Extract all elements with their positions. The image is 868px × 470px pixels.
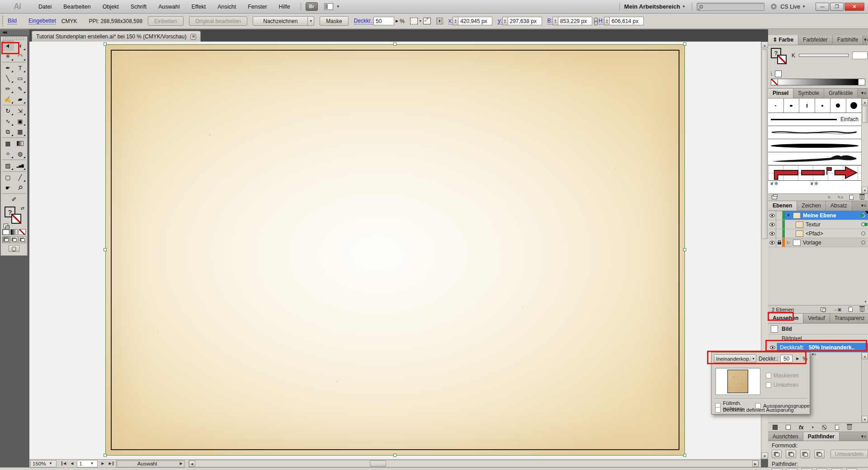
gradient-button[interactable] <box>10 229 18 235</box>
artboard-number-dropdown[interactable]: 1 ▼ <box>77 460 98 467</box>
eingebettet-link[interactable]: Eingebettet <box>28 18 56 24</box>
layer-thumbnail[interactable] <box>793 240 801 246</box>
canvas-area[interactable] <box>29 42 761 459</box>
toolbar-grip[interactable] <box>3 37 25 40</box>
marching-ants-icon[interactable] <box>410 18 418 24</box>
fill-stroke-indicator[interactable]: ? ⇄ <box>4 206 24 228</box>
duplicate-item-icon[interactable] <box>835 425 839 430</box>
make-clipping-mask-icon[interactable] <box>821 307 826 312</box>
perspective-grid-tool[interactable]: ▦ <box>14 127 26 137</box>
width-stepper[interactable]: ▲▼ <box>552 17 558 25</box>
rotate-tool[interactable]: ↻ <box>2 106 14 116</box>
next-artboard-icon[interactable]: ▶ <box>99 461 106 465</box>
target-circle-icon[interactable] <box>861 240 865 244</box>
restore-button[interactable]: ❐ <box>830 3 844 11</box>
arrange-documents-icon[interactable] <box>324 3 333 10</box>
menu-effekt[interactable]: Effekt <box>185 4 212 10</box>
blob-brush-tool[interactable]: ✍ <box>2 94 14 104</box>
blend-tool[interactable]: ◍ <box>14 149 26 159</box>
height-input[interactable]: 606,614 px <box>609 17 644 25</box>
chevron-down-icon[interactable]: ▼ <box>682 5 685 9</box>
swap-fill-stroke-icon[interactable]: ⇄ <box>21 206 24 211</box>
layer-name[interactable]: Vorlage <box>803 240 821 246</box>
visibility-eye-icon[interactable] <box>769 241 775 244</box>
color-button[interactable] <box>2 229 9 235</box>
width-input[interactable]: 853,229 px <box>558 17 592 25</box>
chevron-down-icon[interactable]: ▼ <box>336 5 340 9</box>
slice-tool[interactable]: ╱ <box>14 172 26 183</box>
selection-tool[interactable]: ➤ <box>2 41 14 51</box>
maskieren-checkbox[interactable] <box>766 373 771 378</box>
zoom-tool[interactable]: ⚲ <box>14 183 26 193</box>
transform-icon[interactable] <box>423 18 431 24</box>
popup-menu-icon[interactable]: ▼≡ <box>811 352 816 357</box>
layer-row-vorlage[interactable]: ▷ Vorlage <box>768 238 868 247</box>
target-circle-icon[interactable] <box>861 231 865 235</box>
status-indicator[interactable]: Auswahl ▶ <box>116 460 185 467</box>
panel-menu-icon[interactable]: ▼≡ <box>858 89 868 98</box>
menu-fenster[interactable]: Fenster <box>242 4 273 10</box>
panel-grip[interactable] <box>2 15 4 27</box>
visibility-eye-icon[interactable] <box>769 232 775 235</box>
trim-button[interactable] <box>787 468 797 470</box>
tab-pinsel[interactable]: Pinsel <box>768 89 793 98</box>
add-effect-icon[interactable]: fx <box>799 424 804 431</box>
deckkraft-link[interactable]: Deckkr.: <box>354 18 373 24</box>
none-swatch[interactable] <box>771 79 778 85</box>
magic-wand-tool[interactable]: ✳ <box>2 51 14 61</box>
gradient-tool[interactable] <box>14 138 26 149</box>
scroll-up-icon[interactable]: ▲ <box>862 99 868 105</box>
slider-arrow-icon[interactable]: ▶ <box>396 19 398 23</box>
scroll-left-icon[interactable]: ◀ <box>189 461 195 467</box>
delete-layer-icon[interactable] <box>860 307 864 312</box>
close-button[interactable]: ✕ <box>844 3 864 11</box>
layer-row-textur[interactable]: Textur <box>768 220 868 229</box>
appearance-row-bild[interactable]: Bild <box>768 324 868 334</box>
status-menu-icon[interactable]: ▶ <box>179 461 182 465</box>
outline-button[interactable] <box>831 468 842 470</box>
selection-handle-ml[interactable] <box>104 248 107 251</box>
x-label[interactable]: x: <box>448 18 453 24</box>
unite-button[interactable] <box>772 450 782 458</box>
swap-colors-icon[interactable]: t̔. <box>771 72 773 76</box>
reference-point-icon[interactable] <box>436 18 443 24</box>
panel-menu-icon[interactable]: ▼≡ <box>863 35 868 45</box>
layer-row-pfad[interactable]: <Pfad> <box>768 229 868 238</box>
deckkraft-input[interactable]: 50 <box>373 17 394 25</box>
x-stepper[interactable]: ▲▼ <box>453 17 458 25</box>
slider-arrow-icon[interactable]: ▶ <box>796 357 799 361</box>
color-ramp[interactable] <box>771 79 865 85</box>
blend-mode-dropdown[interactable]: Ineinanderkop. ▼ <box>714 354 756 363</box>
scroll-down-icon[interactable]: ▼ <box>862 187 868 193</box>
selection-handle-br[interactable] <box>683 454 686 457</box>
screen-mode-button[interactable]: ▢ <box>9 245 19 252</box>
calligraphic-brush-3[interactable] <box>799 99 815 113</box>
layer-thumbnail[interactable] <box>796 221 803 228</box>
calligraphic-brush-1[interactable] <box>768 99 784 113</box>
visibility-eye-icon[interactable] <box>770 346 775 349</box>
mesh-tool[interactable]: ▩ <box>2 138 14 149</box>
hand-tool[interactable]: ☛ <box>2 183 14 193</box>
pen-tool[interactable]: ✒ <box>2 63 14 73</box>
chevron-down-icon[interactable]: ▾ <box>812 425 814 429</box>
menu-auswahl[interactable]: Auswahl <box>152 4 185 10</box>
tab-farbe[interactable]: ⇕ Farbe <box>768 35 798 45</box>
layer-name[interactable]: <Pfad> <box>806 230 823 237</box>
appearance-row-bildpixel[interactable]: Bildpixel <box>768 334 868 343</box>
free-transform-tool[interactable]: ▣ <box>14 116 26 127</box>
selection-indicator[interactable] <box>864 223 868 226</box>
new-stroke-icon[interactable] <box>773 425 778 430</box>
k-value-input[interactable] <box>852 52 868 59</box>
last-artboard-icon[interactable]: ▶ <box>106 461 113 465</box>
scale-tool[interactable]: ⇲ <box>14 106 26 116</box>
delete-brush-icon[interactable] <box>860 195 864 200</box>
delete-item-icon[interactable] <box>847 425 852 430</box>
new-layer-icon[interactable] <box>849 307 853 312</box>
opacity-input[interactable]: 50 <box>780 355 793 362</box>
brush-swoosh[interactable] <box>768 152 861 165</box>
white-ramp-swatch[interactable] <box>858 79 865 85</box>
brush-libraries-icon[interactable] <box>772 195 777 199</box>
tab-farbhilfe[interactable]: Farbhilfe <box>833 35 863 45</box>
selection-handle-tr[interactable] <box>683 42 686 46</box>
exclude-button[interactable] <box>814 450 824 458</box>
